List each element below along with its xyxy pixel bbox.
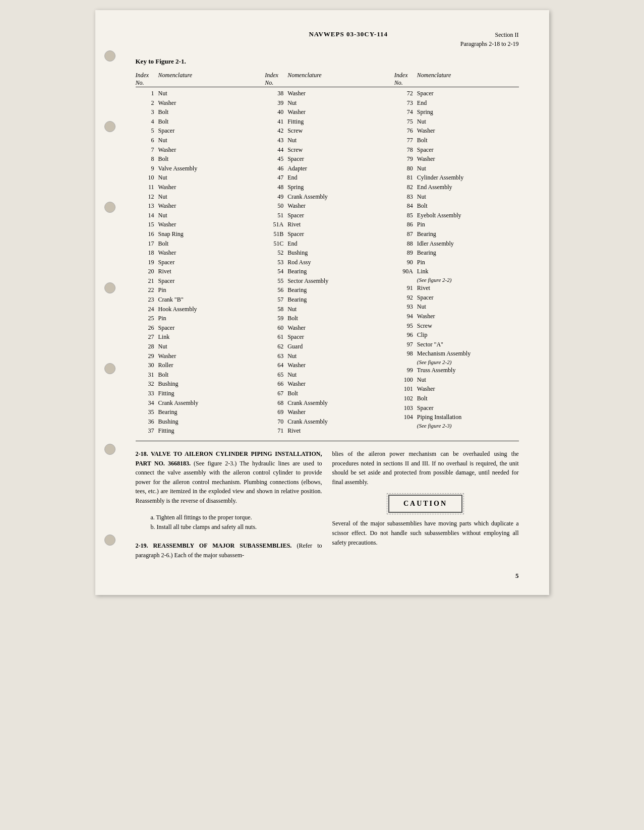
table-row: 34Crank Assembly [136,398,260,408]
table-row: 85Eyebolt Assembly [394,211,519,220]
table-row: 90Pin [394,258,519,267]
note-98: (See figure 2-2) [394,359,519,366]
table-row: 44Screw [265,145,389,155]
table-col-3: 72Spacer 73End 74Spring 75Nut 76Washer 7… [394,89,519,436]
page: NAVWEPS 03-30CY-114 Section II Paragraph… [95,10,549,595]
table-col-1: 1Nut 2Washer 3Bolt 4Bolt 5Spacer 6Nut 7W… [136,89,260,436]
table-row: 2Washer [136,98,260,108]
table-row: 46Adapter [265,164,389,173]
key-title: Key to Figure 2-1. [136,57,519,66]
table-row: 47End [265,173,389,183]
table-row: 48Spring [265,183,389,192]
table-row: 56Bearing [265,285,389,295]
table-row: 19Spacer [136,258,260,267]
table-row: 97Sector "A" [394,340,519,349]
table-row: 37Fitting [136,426,260,436]
table-row: 89Bearing [394,248,519,258]
right-column: blies of the aileron power mechanism can… [332,449,519,567]
table-row: 54Bearing [265,267,389,276]
table-row: 79Washer [394,154,519,164]
table-row: 5Spacer [136,126,260,136]
col-header-nom-2: Nomenclature [287,72,389,87]
table-row: 14Nut [136,211,260,220]
table-row: 20Rivet [136,267,260,276]
table-row: 33Fitting [136,389,260,398]
table-row: 71Rivet [265,426,389,436]
table-row: 77Bolt [394,136,519,145]
table-row: 102Bolt [394,394,519,403]
doc-number: NAVWEPS 03-30CY-114 [237,30,460,38]
table-row: 23Crank "B" [136,295,260,305]
table-col-2: 38Washer 39Nut 40Washer 41Fitting 42Scre… [265,89,389,436]
table-row: 27Link [136,332,260,342]
binding-hole-3 [104,202,115,213]
note-104: (See figure 2-3) [394,422,519,429]
page-number: 5 [515,572,519,580]
bottom-section: 2-18. VALVE TO AILERON CYLINDER PIPING I… [136,449,519,567]
para-218-list: a. Tighten all fittings to the proper to… [151,513,322,532]
binding-hole-1 [104,50,115,62]
table-row: 73End [394,98,519,108]
table-row: 36Bushing [136,417,260,427]
table-row: 72Spacer [394,89,519,98]
table-row: 42Screw [265,126,389,136]
table-row: 40Washer [265,107,389,117]
table-row: 67Bolt [265,389,389,398]
table-row: 101Washer [394,384,519,394]
table-row: 28Nut [136,342,260,351]
table-body: 1Nut 2Washer 3Bolt 4Bolt 5Spacer 6Nut 7W… [136,89,519,436]
binding-hole-6 [104,444,115,455]
table-row: 62Guard [265,342,389,351]
table-row: 49Crank Assembly [265,192,389,202]
para-219-right: blies of the aileron power mechanism can… [332,449,519,487]
table-row: 51BSpacer [265,229,389,239]
para-219-left: 2-19. REASSEMBLY OF MAJOR SUBASSEMBLIES.… [136,541,322,560]
binding-hole-4 [104,282,115,293]
table-row: 93Nut [394,302,519,312]
list-item-a: a. Tighten all fittings to the proper to… [151,513,322,522]
table-row: 12Nut [136,192,260,202]
page-header: NAVWEPS 03-30CY-114 Section II Paragraph… [136,30,519,48]
table-row: 32Bushing [136,379,260,389]
col-header-idx-2: Index No. [265,72,287,87]
table-row: 99Truss Assembly [394,366,519,375]
table-headers: Index No. Nomenclature Index No. Nomencl… [136,72,519,87]
table-row: 38Washer [265,89,389,98]
col-header-idx-1: Index No. [136,72,158,87]
table-row: 103Spacer [394,403,519,413]
table-row: 61Spacer [265,332,389,342]
table-row: 17Bolt [136,239,260,249]
table-row: 50Washer [265,201,389,211]
table-row: 3Bolt [136,107,260,117]
table-row: 43Nut [265,136,389,145]
table-row: 55Sector Assembly [265,276,389,286]
table-row: 15Washer [136,220,260,229]
binding-hole-2 [104,121,115,132]
table-row: 18Washer [136,248,260,258]
table-row: 6Nut [136,136,260,145]
table-row: 84Bolt [394,201,519,211]
table-row: 41Fitting [265,117,389,127]
table-row: 104Piping Installation [394,412,519,422]
table-row: 21Spacer [136,276,260,286]
table-row: 51CEnd [265,239,389,249]
table-row: 8Bolt [136,154,260,164]
table-row: 86Pin [394,220,519,229]
table-row: 88Idler Assembly [394,239,519,249]
caution-dashed-border [387,493,464,514]
table-row: 31Bolt [136,370,260,380]
table-row: 57Bearing [265,295,389,305]
table-row: 69Washer [265,407,389,417]
table-row: 94Washer [394,312,519,321]
table-row: 60Washer [265,323,389,333]
table-row: 92Spacer [394,293,519,303]
caution-container: CAUTION [332,495,519,513]
caution-text: Several of the major subassemblies have … [332,519,519,547]
table-row: 30Roller [136,361,260,370]
section-info: Section II Paragraphs 2-18 to 2-19 [460,30,519,48]
table-row: 90ALink [394,267,519,276]
table-row: 29Washer [136,351,260,361]
table-row: 7Washer [136,145,260,155]
table-row: 53Rod Assy [265,258,389,267]
table-row: 13Washer [136,201,260,211]
